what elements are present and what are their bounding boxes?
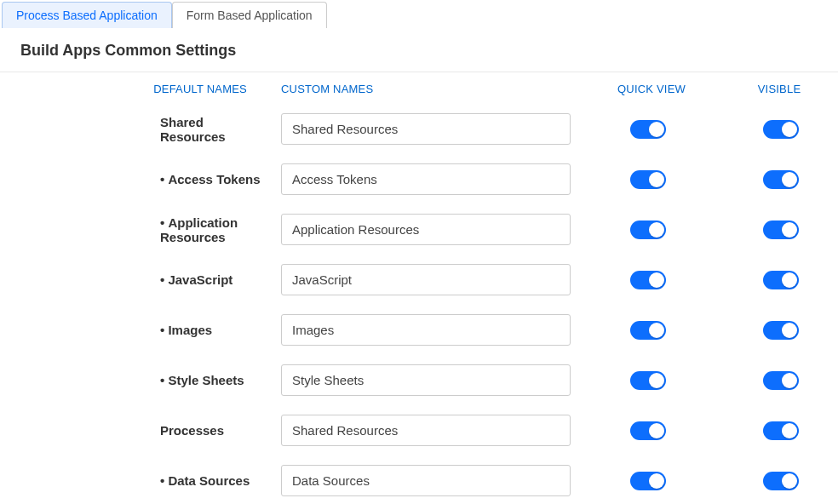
quick-view-cell	[571, 120, 726, 139]
visible-cell	[726, 271, 836, 289]
header-custom-names: CUSTOM NAMES	[281, 83, 579, 95]
settings-row: Images	[0, 305, 838, 355]
visible-toggle[interactable]	[763, 472, 799, 490]
quick-view-toggle[interactable]	[630, 170, 666, 189]
quick-view-toggle[interactable]	[630, 472, 666, 490]
default-name-label: Images	[0, 323, 281, 337]
quick-view-cell	[571, 271, 726, 289]
default-name-label: Access Tokens	[0, 172, 281, 186]
quick-view-cell	[571, 220, 726, 239]
header-default-names: DEFAULT NAMES	[0, 83, 281, 95]
default-name-label: Processes	[0, 423, 281, 438]
quick-view-toggle[interactable]	[630, 421, 666, 440]
default-name-label: JavaScript	[0, 272, 281, 287]
visible-cell	[726, 421, 836, 440]
visible-cell	[726, 170, 836, 189]
quick-view-toggle[interactable]	[630, 271, 666, 289]
visible-toggle[interactable]	[763, 371, 799, 390]
custom-name-input[interactable]	[281, 465, 571, 496]
quick-view-toggle[interactable]	[630, 120, 666, 139]
custom-name-input[interactable]	[281, 214, 571, 245]
quick-view-cell	[571, 371, 726, 390]
settings-rows: Shared ResourcesAccess TokensApplication…	[0, 104, 838, 504]
tab-form-based[interactable]: Form Based Application	[172, 2, 327, 28]
default-name-label: Shared Resources	[0, 115, 281, 144]
visible-toggle[interactable]	[763, 120, 799, 139]
custom-name-input[interactable]	[281, 264, 571, 295]
header-visible: VISIBLE	[724, 83, 835, 95]
default-name-label: Style Sheets	[0, 373, 281, 387]
visible-toggle[interactable]	[763, 421, 799, 440]
quick-view-toggle[interactable]	[630, 220, 666, 239]
custom-name-input[interactable]	[281, 314, 571, 346]
custom-name-input[interactable]	[281, 163, 571, 195]
visible-toggle[interactable]	[763, 220, 799, 239]
default-name-label: Application Resources	[0, 215, 281, 244]
visible-toggle[interactable]	[763, 170, 799, 189]
quick-view-toggle[interactable]	[630, 321, 666, 340]
quick-view-cell	[571, 472, 726, 490]
quick-view-cell	[571, 421, 726, 440]
settings-row: Style Sheets	[0, 355, 838, 405]
visible-cell	[726, 321, 836, 340]
settings-row: Processes	[0, 405, 838, 455]
custom-name-input[interactable]	[281, 415, 571, 446]
tabs-bar: Process Based Application Form Based App…	[0, 0, 838, 28]
custom-name-input[interactable]	[281, 113, 571, 145]
quick-view-toggle[interactable]	[630, 371, 666, 390]
visible-toggle[interactable]	[763, 321, 799, 340]
visible-cell	[726, 220, 836, 239]
visible-cell	[726, 371, 836, 390]
header-quick-view: QUICK VIEW	[579, 83, 724, 95]
columns-header: DEFAULT NAMES CUSTOM NAMES QUICK VIEW VI…	[0, 72, 838, 104]
settings-row: Shared Resources	[0, 104, 838, 154]
settings-row: JavaScript	[0, 255, 838, 305]
settings-row: Application Resources	[0, 204, 838, 255]
tab-process-based[interactable]: Process Based Application	[2, 2, 172, 28]
settings-row: Access Tokens	[0, 154, 838, 204]
visible-cell	[726, 472, 836, 490]
visible-toggle[interactable]	[763, 271, 799, 289]
quick-view-cell	[571, 321, 726, 340]
settings-row: Data Sources	[0, 455, 838, 504]
visible-cell	[726, 120, 836, 139]
custom-name-input[interactable]	[281, 364, 571, 396]
quick-view-cell	[571, 170, 726, 189]
default-name-label: Data Sources	[0, 473, 281, 488]
page-title: Build Apps Common Settings	[0, 28, 838, 72]
